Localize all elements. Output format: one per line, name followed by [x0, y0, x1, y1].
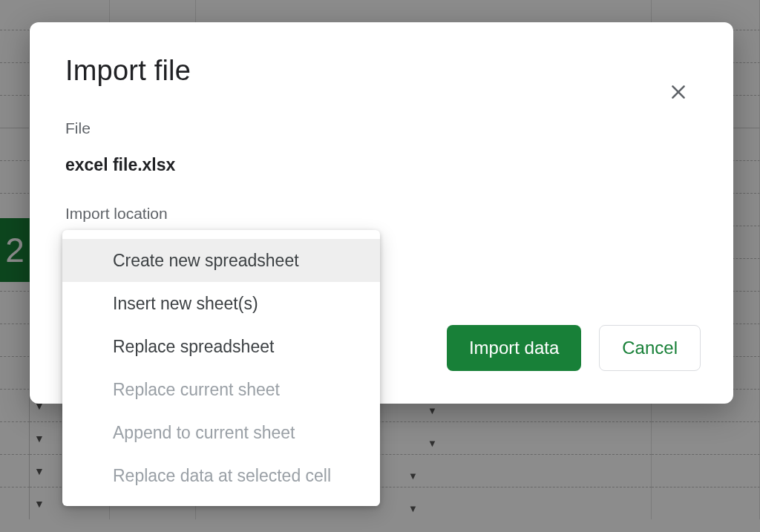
dropdown-option-replace-current-sheet: Replace current sheet	[62, 368, 380, 411]
dropdown-option-label: Append to current sheet	[113, 423, 295, 443]
dialog-actions: Import data Cancel	[447, 325, 701, 371]
dropdown-option-replace-spreadsheet[interactable]: Replace spreadsheet	[62, 325, 380, 368]
dropdown-option-label: Replace current sheet	[113, 380, 280, 400]
import-data-button[interactable]: Import data	[447, 325, 581, 371]
import-location-dropdown[interactable]: Create new spreadsheet Insert new sheet(…	[62, 230, 380, 506]
dropdown-option-label: Create new spreadsheet	[113, 251, 299, 271]
dropdown-option-insert-new-sheets[interactable]: Insert new sheet(s)	[62, 282, 380, 325]
close-button[interactable]	[665, 80, 692, 107]
file-label: File	[65, 119, 698, 137]
dropdown-option-label: Replace data at selected cell	[113, 466, 331, 486]
dropdown-option-create-new-spreadsheet[interactable]: Create new spreadsheet	[62, 239, 380, 282]
file-name: excel file.xlsx	[65, 155, 698, 175]
dialog-title: Import file	[65, 55, 698, 87]
dropdown-option-replace-selected-cell: Replace data at selected cell	[62, 454, 380, 497]
import-location-label: Import location	[65, 205, 698, 223]
close-icon	[669, 82, 688, 105]
cancel-button[interactable]: Cancel	[599, 325, 701, 371]
dropdown-option-label: Replace spreadsheet	[113, 337, 274, 357]
dropdown-option-append-current-sheet: Append to current sheet	[62, 411, 380, 454]
dropdown-option-label: Insert new sheet(s)	[113, 294, 258, 314]
